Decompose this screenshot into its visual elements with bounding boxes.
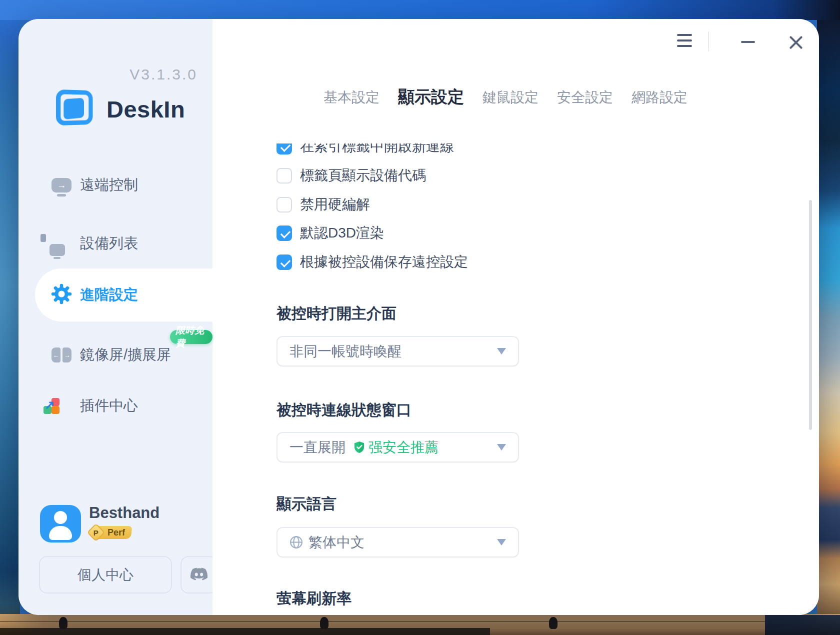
checkbox-row-open-in-tab[interactable]: 在索引標籤中開啟新連線	[276, 144, 454, 154]
hamburger-menu-button[interactable]	[677, 34, 692, 47]
pier-silhouette	[0, 628, 490, 635]
globe-icon	[290, 536, 303, 549]
rope-line	[0, 621, 840, 622]
discord-icon	[188, 566, 210, 584]
dropdown-value: 繁体中文	[308, 533, 364, 552]
dropdown-connection-status-window[interactable]: 一直展開 强安全推薦	[276, 432, 519, 462]
checkbox-checked[interactable]	[276, 254, 292, 270]
deskin-logo-icon	[56, 90, 93, 126]
dropdown-value: 非同一帳號時喚醒	[290, 342, 402, 361]
titlebar-divider	[708, 32, 709, 52]
chevron-down-icon	[497, 539, 506, 546]
pier-post	[320, 617, 328, 629]
wallpaper-bottom	[0, 614, 840, 635]
sidebar-item-plugin-center[interactable]: ↗ 插件中心	[18, 387, 212, 425]
main-panel: 基本設定 顯示設定 鍵鼠設定 安全設定 網路設定 在索引標籤中開啟新連線 標籤頁…	[212, 19, 819, 615]
app-version: V3.1.3.0	[130, 66, 198, 83]
tab-security-settings[interactable]: 安全設定	[557, 88, 613, 107]
pier-post	[549, 617, 558, 629]
gear-icon	[50, 283, 72, 307]
checkbox-row-disable-hw-codec[interactable]: 禁用硬編解	[276, 196, 370, 212]
checkbox-label: 標籤頁顯示設備代碼	[300, 166, 426, 185]
dropdown-value: 一直展開	[290, 438, 346, 457]
sidebar-item-advanced-settings[interactable]: 進階設定	[18, 276, 212, 314]
checkbox-checked[interactable]	[276, 144, 292, 154]
wallpaper-top	[0, 0, 840, 20]
sidebar-item-device-list[interactable]: 設備列表	[18, 224, 212, 262]
limited-free-badge: 限時免費	[170, 330, 212, 344]
deskin-logo-text: DeskIn	[106, 96, 185, 123]
pier-post	[59, 617, 68, 629]
chevron-down-icon	[497, 444, 506, 450]
section-heading-refresh-rate: 萤幕刷新率	[276, 588, 352, 609]
security-recommend-tag: 强安全推薦	[354, 438, 438, 457]
remote-control-icon: →	[52, 178, 72, 192]
checkbox-label: 默認D3D渲染	[300, 224, 384, 242]
mirror-screen-icon: ←→	[52, 348, 72, 362]
sidebar-item-label: 進階設定	[80, 285, 138, 305]
checkbox-label: 禁用硬編解	[300, 195, 370, 214]
checkbox-checked[interactable]	[276, 226, 292, 241]
wallpaper-right	[817, 0, 840, 635]
checkbox-label: 在索引標籤中開啟新連線	[300, 144, 454, 156]
checkbox-row-save-remote-settings[interactable]: 根據被控設備保存遠控設定	[276, 254, 468, 270]
checkbox-row-default-d3d[interactable]: 默認D3D渲染	[276, 225, 384, 241]
perf-level-badge: P Perf	[90, 525, 132, 540]
minimize-button[interactable]	[739, 33, 757, 51]
discord-button[interactable]	[180, 556, 217, 594]
wallpaper-left	[0, 0, 20, 635]
close-button[interactable]	[786, 33, 806, 52]
tab-basic-settings[interactable]: 基本設定	[324, 88, 380, 107]
chevron-down-icon	[497, 348, 506, 354]
sidebar-item-remote-control[interactable]: → 遠端控制	[18, 166, 212, 204]
shield-icon	[354, 441, 365, 454]
sidebar: V3.1.3.0 DeskIn → 遠端控制 設備列表	[18, 19, 212, 615]
user-name: Besthand	[89, 504, 160, 522]
checkbox-label: 根據被控設備保存遠控設定	[300, 252, 468, 272]
dropdown-display-language[interactable]: 繁体中文	[276, 527, 519, 558]
personal-center-button[interactable]: 個人中心	[39, 556, 172, 594]
pier-platform	[765, 615, 840, 635]
tab-keyboard-mouse-settings[interactable]: 鍵鼠設定	[482, 88, 538, 107]
settings-tabs: 基本設定 顯示設定 鍵鼠設定 安全設定 網路設定	[324, 86, 688, 108]
section-heading-open-main-ui: 被控時打開主介面	[276, 304, 396, 324]
sidebar-item-label: 遠端控制	[80, 175, 138, 195]
security-recommend-label: 强安全推薦	[368, 438, 438, 457]
sidebar-item-label: 插件中心	[80, 396, 138, 416]
scrollbar-thumb[interactable]	[809, 200, 812, 430]
settings-scroll-area: 在索引標籤中開啟新連線 標籤頁顯示設備代碼 禁用硬編解 默認D3D渲染 根據被控…	[212, 144, 819, 615]
dropdown-open-main-ui[interactable]: 非同一帳號時喚醒	[276, 336, 519, 366]
sidebar-item-label: 設備列表	[80, 234, 138, 254]
sidebar-item-label: 鏡像屏/擴展屏	[80, 345, 171, 365]
user-avatar[interactable]	[40, 505, 81, 542]
checkbox-unchecked[interactable]	[276, 168, 292, 184]
level-label: Perf	[108, 528, 125, 538]
tab-network-settings[interactable]: 網路設定	[632, 88, 688, 107]
section-heading-display-language: 顯示語言	[276, 494, 336, 514]
deskin-window: V3.1.3.0 DeskIn → 遠端控制 設備列表	[18, 19, 819, 615]
tab-display-settings[interactable]: 顯示設定	[398, 86, 464, 108]
section-heading-connection-status-window: 被控時連線狀態窗口	[276, 400, 412, 420]
checkbox-row-show-device-code[interactable]: 標籤頁顯示設備代碼	[276, 168, 426, 184]
checkbox-unchecked[interactable]	[276, 197, 292, 212]
